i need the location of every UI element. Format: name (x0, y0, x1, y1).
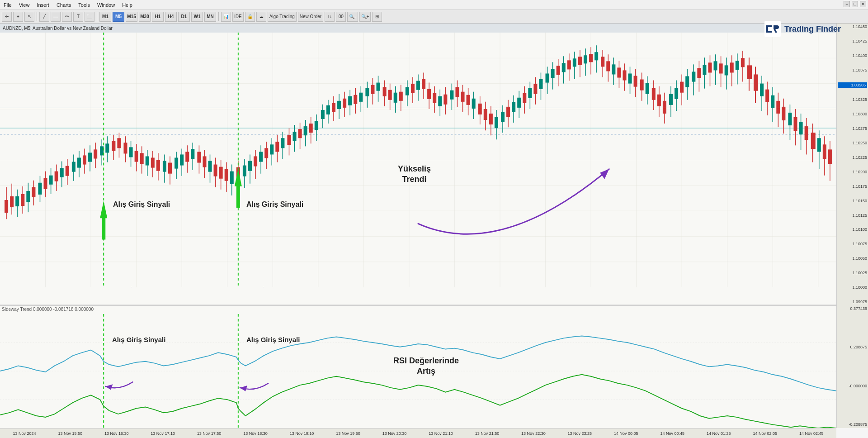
svg-rect-309 (788, 113, 792, 125)
crosshair-button[interactable]: ✛ (2, 12, 12, 22)
menu-charts[interactable]: Charts (57, 2, 71, 8)
svg-rect-257 (640, 80, 644, 90)
time-label-14: 14 Nov 00:45 (660, 431, 685, 436)
svg-rect-139 (309, 124, 313, 133)
timeframe-w1[interactable]: W1 (191, 12, 203, 22)
time-label-2: 13 Nov 16:30 (104, 431, 129, 436)
timeframe-m1[interactable]: M1 (99, 12, 111, 22)
hline-tool[interactable]: — (51, 12, 61, 22)
svg-rect-187 (443, 95, 447, 105)
time-label-6: 13 Nov 19:10 (290, 431, 314, 436)
svg-rect-93 (180, 154, 184, 165)
price-level-13: 1.10125 (838, 213, 867, 218)
menu-help[interactable]: Help (122, 2, 132, 8)
text-tool[interactable]: T (73, 12, 83, 22)
rsi-indicator-label: Sideway Trend 0.000000 -0.081718 0.00000… (2, 307, 94, 312)
minimize-button[interactable]: − (844, 1, 850, 7)
svg-rect-213 (517, 98, 521, 108)
toolbar: ✛ + ↖ ╱ — ✏ T ⬜ M1 M5 M15 M30 H1 H4 D1 W… (0, 10, 868, 24)
timeframe-m15[interactable]: M15 (126, 12, 137, 22)
time-label-11: 13 Nov 22:30 (521, 431, 546, 436)
svg-rect-183 (433, 93, 436, 103)
cloud-button[interactable]: ☁ (256, 12, 266, 22)
svg-rect-51 (60, 168, 64, 177)
pointer-button[interactable]: ↖ (24, 12, 34, 22)
grid-button[interactable]: ⊞ (372, 12, 382, 22)
svg-rect-169 (394, 93, 397, 103)
svg-rect-117 (248, 161, 252, 171)
svg-rect-245 (606, 61, 610, 71)
shapes-tool[interactable]: ⬜ (85, 12, 94, 22)
price-level-5: 1.10325 (838, 97, 867, 102)
svg-rect-55 (72, 162, 75, 172)
svg-rect-189 (450, 90, 453, 100)
menu-insert[interactable]: Insert (37, 2, 49, 8)
svg-rect-47 (49, 176, 53, 185)
svg-rect-115 (243, 166, 246, 176)
lock-button[interactable]: 🔒 (245, 12, 255, 22)
timeframe-m30[interactable]: M30 (139, 12, 151, 22)
timeframe-h4[interactable]: H4 (165, 12, 177, 22)
zoom-out-button[interactable]: 🔍- (347, 12, 358, 22)
svg-rect-143 (321, 110, 325, 119)
svg-rect-185 (438, 96, 442, 106)
svg-rect-43 (38, 183, 42, 195)
timeframe-d1[interactable]: D1 (178, 12, 190, 22)
pen-tool[interactable]: ✏ (62, 12, 72, 22)
svg-rect-111 (230, 171, 234, 184)
timeframe-m5[interactable]: M5 (113, 12, 124, 22)
rsi-level-1: 0.377439 (838, 306, 867, 311)
svg-rect-293 (741, 58, 745, 67)
rsi-level-3: -0.000000 (838, 384, 867, 389)
separator-2 (97, 12, 97, 21)
one-click-button[interactable]: 00 (336, 12, 346, 22)
svg-rect-239 (589, 54, 593, 62)
price-level-10: 1.10200 (838, 170, 867, 175)
svg-rect-97 (191, 149, 194, 159)
depth-button[interactable]: ↑↓ (325, 12, 335, 22)
close-button[interactable]: × (860, 1, 866, 7)
svg-rect-277 (697, 68, 701, 78)
svg-rect-107 (219, 167, 223, 179)
zoom-in2-button[interactable]: 🔍+ (359, 12, 371, 22)
price-level-4: 1.10375 (838, 68, 867, 73)
menu-tools[interactable]: Tools (78, 2, 90, 8)
svg-rect-311 (793, 117, 797, 131)
svg-rect-273 (685, 76, 689, 87)
menu-window[interactable]: Window (97, 2, 115, 8)
algo-trading-button[interactable]: Algo Trading (268, 12, 297, 22)
svg-rect-165 (383, 87, 387, 96)
chart-type-button[interactable]: 📊 (221, 12, 231, 22)
indicators-button[interactable]: IDE (232, 12, 244, 22)
new-order-button[interactable]: New Order (298, 12, 323, 22)
svg-rect-225 (551, 69, 555, 78)
rsi-values-annotation: RSI Değerlerinde Artış (393, 356, 459, 377)
svg-rect-319 (817, 138, 821, 152)
price-level-11: 1.10175 (838, 184, 867, 189)
zoom-in-button[interactable]: + (13, 12, 23, 22)
svg-rect-131 (287, 135, 291, 145)
svg-rect-193 (461, 92, 465, 102)
timeframe-h1[interactable]: H1 (152, 12, 164, 22)
price-level-1: 1.10450 (838, 24, 867, 29)
menu-file[interactable]: File (4, 2, 12, 8)
svg-rect-223 (546, 73, 549, 82)
maximize-button[interactable]: □ (852, 1, 858, 7)
svg-rect-49 (55, 171, 58, 181)
svg-rect-57 (77, 157, 81, 167)
svg-rect-157 (359, 93, 363, 102)
price-level-18: 1.10000 (838, 285, 867, 290)
timeframe-mn[interactable]: MN (204, 12, 216, 22)
main-chart[interactable]: AUDNZD, M5: Australian Dollar vs New Zea… (0, 24, 836, 305)
time-label-15: 14 Nov 01:25 (707, 431, 731, 436)
svg-rect-41 (32, 187, 35, 197)
line-tool[interactable]: ╱ (39, 12, 49, 22)
svg-rect-323 (828, 149, 832, 164)
svg-rect-103 (208, 161, 212, 172)
svg-rect-109 (225, 169, 228, 181)
svg-rect-227 (557, 66, 560, 75)
svg-rect-233 (573, 58, 576, 67)
menu-view[interactable]: View (19, 2, 30, 8)
svg-rect-137 (304, 126, 307, 135)
svg-rect-129 (281, 138, 284, 148)
